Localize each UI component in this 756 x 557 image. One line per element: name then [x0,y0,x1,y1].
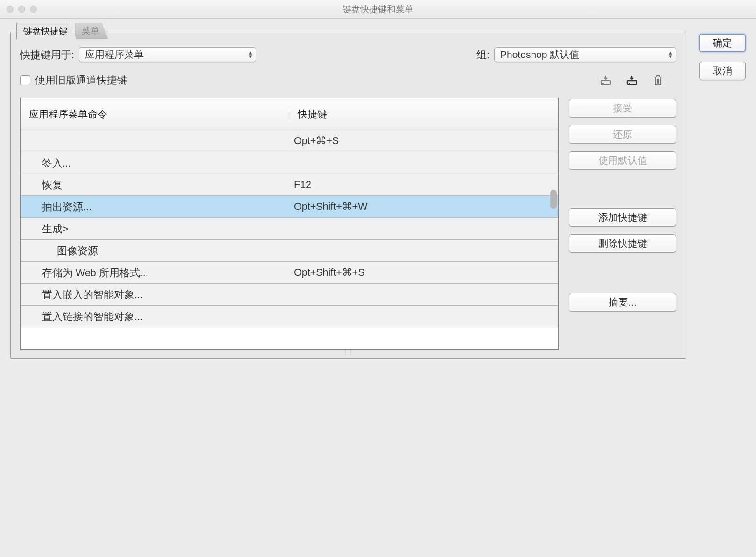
chevron-updown-icon: ▴▾ [669,51,672,58]
set-label: 组: [476,48,490,62]
svg-rect-1 [602,83,604,84]
header-command[interactable]: 应用程序菜单命令 [21,108,289,121]
ok-button[interactable]: 确定 [699,34,746,52]
legacy-checkbox[interactable] [20,75,30,85]
table-row[interactable]: 存储为 Web 所用格式...Opt+Shift+⌘+S [21,262,558,284]
table-row[interactable]: 置入嵌入的智能对象... [21,284,558,306]
shortcut-cell: F12 [289,179,558,191]
tab-shortcuts[interactable]: 键盘快捷键 [16,23,77,40]
legacy-checkbox-label: 使用旧版通道快捷键 [35,73,127,87]
titlebar: 键盘快捷键和菜单 [0,0,756,19]
scrollbar[interactable] [549,130,558,349]
undo-button[interactable]: 还原 [569,125,676,144]
shortcut-cell: Opt+Shift+⌘+S [289,266,558,278]
command-cell: 存储为 Web 所用格式... [21,266,289,279]
delete-set-icon[interactable] [651,74,665,86]
cancel-button[interactable]: 取消 [699,62,746,80]
new-set-icon[interactable] [625,74,639,86]
command-cell: 恢复 [21,178,289,192]
tabs: 键盘快捷键 菜单 [16,23,106,39]
table-header: 应用程序菜单命令 快捷键 [21,98,558,130]
shortcut-cell: Opt+Shift+⌘+W [289,201,558,213]
command-cell: 置入嵌入的智能对象... [21,288,289,301]
resize-handle-icon[interactable]: ⋮⋮ [343,349,354,355]
chevron-updown-icon: ▴▾ [249,51,252,58]
table-body[interactable]: Opt+⌘+S签入...恢复F12抽出资源...Opt+Shift+⌘+W生成>… [21,130,558,349]
shortcut-for-label: 快捷键用于: [20,48,74,62]
command-cell: 签入... [21,156,289,170]
command-cell: 置入链接的智能对象... [21,310,289,323]
dropdown-value: 应用程序菜单 [85,48,144,61]
delete-shortcut-button[interactable]: 删除快捷键 [569,234,676,253]
save-set-icon[interactable] [599,74,613,86]
accept-button[interactable]: 接受 [569,99,676,118]
table-row[interactable]: 生成> [21,218,558,240]
table-row[interactable]: 抽出资源...Opt+Shift+⌘+W [21,196,558,218]
table-row[interactable]: 签入... [21,152,558,174]
window-title: 键盘快捷键和菜单 [0,3,756,15]
table-row[interactable]: 置入链接的智能对象... [21,306,558,327]
main-panel: 键盘快捷键 菜单 快捷键用于: 应用程序菜单 ▴▾ 组: Photoshop 默… [10,32,686,359]
set-dropdown[interactable]: Photoshop 默认值 ▴▾ [494,47,676,62]
command-cell: 图像资源 [21,244,289,258]
command-cell: 生成> [21,222,289,236]
use-default-button[interactable]: 使用默认值 [569,151,676,170]
scrollbar-thumb[interactable] [550,190,557,209]
command-cell: 抽出资源... [21,200,289,214]
shortcut-for-dropdown[interactable]: 应用程序菜单 ▴▾ [79,47,256,62]
shortcut-table: 应用程序菜单命令 快捷键 Opt+⌘+S签入...恢复F12抽出资源...Opt… [20,98,559,350]
svg-rect-3 [629,83,630,84]
summary-button[interactable]: 摘要... [569,293,676,312]
table-row[interactable]: 恢复F12 [21,174,558,196]
table-row[interactable]: Opt+⌘+S [21,130,558,152]
table-row[interactable]: 图像资源 [21,240,558,262]
add-shortcut-button[interactable]: 添加快捷键 [569,208,676,227]
dropdown-value: Photoshop 默认值 [500,48,579,61]
header-shortcut[interactable]: 快捷键 [289,108,558,121]
tab-menu[interactable]: 菜单 [75,23,108,39]
shortcut-cell: Opt+⌘+S [289,135,558,147]
